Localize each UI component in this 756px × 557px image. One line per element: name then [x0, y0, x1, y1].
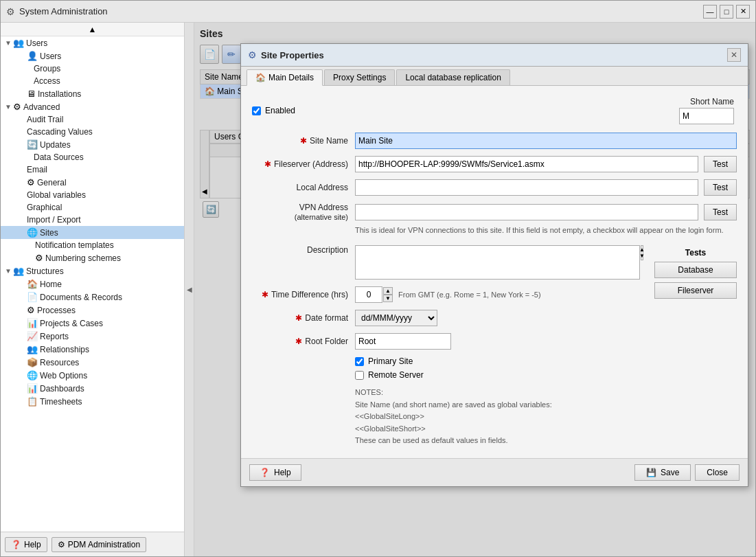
save-icon: 💾 [646, 468, 656, 477]
timesheet-icon: 📋 [27, 396, 38, 407]
modal-help-btn[interactable]: ❓ Help [249, 464, 301, 481]
sidebar-item-label: General [37, 178, 67, 187]
sidebar-item-label: Access [34, 76, 60, 86]
sidebar-footer: ❓ Help ⚙ PDM Administration [1, 532, 184, 556]
database-test-btn[interactable]: Database [654, 262, 737, 278]
pdm-label: PDM Administration [68, 540, 140, 549]
modal-close-btn[interactable]: ✕ [727, 48, 741, 62]
sidebar-item-web-options[interactable]: 🌐 Web Options [1, 369, 184, 382]
vpn-address-row: VPN Address (alternative site) Test [252, 203, 737, 222]
test-local-btn[interactable]: Test [704, 179, 737, 196]
globe-icon: 🌐 [27, 227, 38, 238]
maximize-btn[interactable]: □ [720, 5, 733, 19]
close-btn[interactable]: ✕ [736, 5, 750, 19]
tab-local-db-replication[interactable]: Local database replication [396, 69, 509, 85]
sidebar-item-label: Sites [40, 228, 58, 238]
tab-home-icon: 🏠 [255, 73, 266, 82]
sidebar-tree: ▼ 👥 Users 👤 Users Groups Access [1, 36, 184, 532]
sidebar-scroll-up[interactable]: ▲ [1, 23, 184, 36]
tab-main-details[interactable]: 🏠 Main Details [247, 69, 323, 86]
root-folder-input[interactable] [355, 333, 451, 350]
description-textarea[interactable] [355, 245, 640, 280]
time-diff-input[interactable] [355, 286, 382, 303]
sidebar-item-resources[interactable]: 📦 Resources [1, 356, 184, 369]
sidebar-item-general[interactable]: ⚙ General [1, 176, 184, 189]
sidebar-item-label: Processes [37, 306, 76, 315]
date-format-select[interactable]: dd/MMM/yyyy MM/dd/yyyy yyyy-MM-dd dd/MM/… [355, 310, 437, 326]
sidebar-item-access[interactable]: Access [1, 75, 184, 87]
help-button[interactable]: ❓ Help [5, 537, 47, 552]
sidebar-item-home[interactable]: 🏠 Home [1, 277, 184, 291]
test-fileserver-btn[interactable]: Test [704, 156, 737, 172]
date-format-row: ✱Date format dd/MMM/yyyy MM/dd/yyyy yyyy… [252, 310, 737, 326]
sidebar-item-updates[interactable]: 🔄 Updates [1, 138, 184, 151]
short-name-section: Short Name [679, 97, 734, 124]
fileserver-input[interactable] [355, 156, 698, 172]
sidebar-item-users-root[interactable]: ▼ 👥 Users [1, 36, 184, 49]
sidebar-item-label: Groups [34, 64, 60, 73]
sidebar-item-audit-trail[interactable]: Audit Trail [1, 113, 184, 126]
sidebar-item-numbering-schemes[interactable]: ⚙ Numbering schemes [1, 251, 184, 264]
sidebar-item-notification-templates[interactable]: Notification templates [1, 239, 184, 251]
sidebar-item-dashboards[interactable]: 📊 Dashboards [1, 382, 184, 395]
enabled-checkbox[interactable] [252, 106, 261, 115]
short-name-input[interactable] [679, 108, 734, 124]
notes-line2: <<GlobalSiteLong>> [355, 411, 737, 423]
sidebar-item-projects-cases[interactable]: 📊 Projects & Cases [1, 317, 184, 330]
required-star: ✱ [264, 159, 271, 169]
spin-down-btn[interactable]: ▼ [383, 295, 393, 302]
expand-advanced-icon: ▼ [3, 103, 13, 111]
remote-server-label: Remote Server [368, 370, 424, 380]
sidebar-item-reports[interactable]: 📈 Reports [1, 330, 184, 343]
scroll-bar[interactable]: ▲ ▼ [641, 245, 643, 260]
enabled-left: Enabled [252, 106, 295, 115]
sidebar-item-processes[interactable]: ⚙ Processes [1, 304, 184, 317]
sidebar-item-data-sources[interactable]: Data Sources [1, 151, 184, 163]
sidebar: ▲ ▼ 👥 Users 👤 Users Groups [1, 23, 185, 556]
users-root-icon: 👥 [13, 38, 24, 48]
notes-line1: Site Name (and short name) are saved as … [355, 399, 737, 411]
tests-title: Tests [654, 248, 737, 258]
sidebar-item-advanced[interactable]: ▼ ⚙ Advanced [1, 100, 184, 113]
site-name-input[interactable] [355, 133, 737, 149]
save-btn[interactable]: 💾 Save [634, 464, 691, 481]
vpn-address-input[interactable] [355, 204, 698, 220]
window-controls: — □ ✕ [703, 5, 750, 19]
sidebar-item-graphical[interactable]: Graphical [1, 201, 184, 214]
minimize-btn[interactable]: — [703, 5, 717, 19]
remote-server-checkbox[interactable] [355, 371, 364, 380]
modal-title: Site Properties [261, 50, 727, 60]
time-diff-row: ✱Time Difference (hrs) ▲ ▼ From GMT (e.g… [252, 286, 643, 303]
spin-up-btn[interactable]: ▲ [383, 287, 393, 295]
notes-line3: <<GlobalSiteShort>> [355, 423, 737, 435]
vpn-hint-spacer [252, 229, 355, 240]
pdm-admin-button[interactable]: ⚙ PDM Administration [51, 537, 146, 552]
window-title: System Administration [19, 6, 703, 16]
close-modal-btn[interactable]: Close [695, 464, 740, 481]
primary-site-checkbox[interactable] [355, 357, 364, 366]
sidebar-item-relationships[interactable]: 👥 Relationships [1, 343, 184, 356]
tab-label: Main Details [268, 73, 314, 82]
fileserver-test-btn[interactable]: Fileserver [654, 282, 737, 299]
sidebar-item-structures[interactable]: ▼ 👥 Structures [1, 264, 184, 277]
collapse-handle[interactable]: ◀ [185, 23, 194, 556]
modal-title-icon: ⚙ [248, 49, 257, 60]
sidebar-item-groups[interactable]: Groups [1, 62, 184, 75]
sidebar-item-import-export[interactable]: Import / Export [1, 214, 184, 226]
web-icon: 🌐 [27, 370, 38, 380]
local-address-input[interactable] [355, 179, 698, 196]
sidebar-item-timesheets[interactable]: 📋 Timesheets [1, 395, 184, 408]
description-label: Description [252, 245, 355, 255]
sidebar-item-cascading-values[interactable]: Cascading Values [1, 126, 184, 138]
sidebar-item-email[interactable]: Email [1, 163, 184, 176]
tab-proxy-settings[interactable]: Proxy Settings [324, 69, 395, 85]
sidebar-item-global-variables[interactable]: Global variables [1, 189, 184, 201]
help-circle-icon: ❓ [260, 468, 270, 477]
sidebar-item-installations[interactable]: 🖥 Installations [1, 87, 184, 100]
sidebar-item-documents-records[interactable]: 📄 Documents & Records [1, 291, 184, 304]
sidebar-item-sites[interactable]: 🌐 Sites [1, 226, 184, 239]
primary-site-row: Primary Site [355, 356, 737, 366]
test-vpn-btn[interactable]: Test [704, 204, 737, 220]
sidebar-item-users[interactable]: 👤 Users [1, 49, 184, 62]
sidebar-item-label: Notification templates [35, 240, 114, 250]
